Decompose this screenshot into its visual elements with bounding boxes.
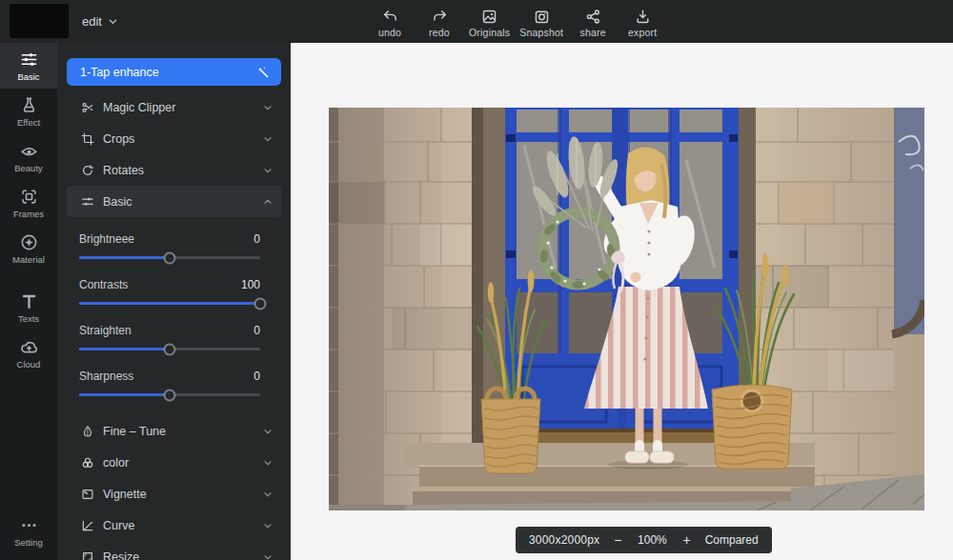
chevron-down-icon <box>108 16 118 27</box>
section-label: Fine – Tune <box>103 425 166 438</box>
one-tap-enhance-button[interactable]: 1-Tap enhance <box>67 58 281 86</box>
sidebar-item-label: Cloud <box>17 359 41 370</box>
chevron-down-icon <box>262 165 274 176</box>
image-size-button[interactable]: 3000x2000px <box>529 533 599 547</box>
compare-button[interactable]: Compared <box>705 533 759 547</box>
share-icon <box>585 9 601 25</box>
section-label: Resize <box>103 550 139 560</box>
slider-track[interactable] <box>79 393 260 396</box>
editor-canvas <box>291 43 953 560</box>
magic-wand-icon <box>255 65 270 79</box>
app-logo[interactable] <box>10 4 69 38</box>
sidebar-item-frames[interactable]: Frames <box>0 180 57 226</box>
undo-button[interactable]: undo <box>370 3 410 43</box>
export-icon <box>635 9 651 25</box>
slider-handle[interactable] <box>254 297 267 310</box>
frame-icon <box>20 188 38 206</box>
slider-value: 100 <box>241 278 260 291</box>
straighten-slider[interactable]: Straighten 0 <box>79 318 260 364</box>
section-label: Curve <box>103 519 134 532</box>
text-icon <box>20 292 38 310</box>
share-button[interactable]: share <box>573 3 613 43</box>
sidebar-item-effect[interactable]: Effect <box>0 89 57 134</box>
slider-label: Brightneee <box>79 232 134 246</box>
tool-label: Originals <box>469 27 510 38</box>
zoom-in-button[interactable]: + <box>682 533 690 547</box>
sidebar-item-basic[interactable]: Basic <box>0 43 57 89</box>
sidebar-item-label: Setting <box>14 537 43 548</box>
sharpness-slider[interactable]: Sharpness 0 <box>79 364 260 410</box>
canvas-image[interactable] <box>329 108 924 510</box>
section-color[interactable]: color <box>67 447 281 478</box>
zoom-out-button[interactable]: − <box>614 533 621 547</box>
redo-icon <box>432 9 448 25</box>
section-crops[interactable]: Crops <box>67 123 281 154</box>
chevron-down-icon <box>262 102 274 113</box>
slider-label: Straighten <box>79 324 132 337</box>
basic-sliders: Brightneee 0 Contrasts 100 Straighten 0 <box>57 217 291 415</box>
slider-label: Sharpness <box>79 370 133 383</box>
section-fine-tune[interactable]: Fine – Tune <box>67 415 281 447</box>
section-curve[interactable]: Curve <box>67 510 281 541</box>
brightness-slider[interactable]: Brightneee 0 <box>79 227 260 272</box>
snapshot-button[interactable]: Snapshot <box>519 3 563 43</box>
curve-icon <box>81 519 94 532</box>
sidebar-item-setting[interactable]: Setting <box>0 509 57 554</box>
tool-label: export <box>628 27 657 38</box>
sliders-icon <box>81 195 94 209</box>
export-button[interactable]: export <box>622 3 662 43</box>
section-label: Basic <box>103 195 132 209</box>
sliders-icon <box>20 50 38 69</box>
sidebar-item-material[interactable]: Material <box>0 226 57 271</box>
tool-label: share <box>580 27 606 38</box>
section-resize[interactable]: Resize <box>67 541 281 560</box>
flask-icon <box>20 96 38 114</box>
sidebar-item-label: Material <box>12 254 45 265</box>
slider-track[interactable] <box>79 348 260 350</box>
slider-value: 0 <box>253 370 260 383</box>
sidebar-item-label: Frames <box>13 209 44 219</box>
redo-button[interactable]: redo <box>419 3 459 43</box>
rotate-icon <box>81 164 94 177</box>
slider-handle[interactable] <box>164 343 176 355</box>
chevron-down-icon <box>262 520 274 531</box>
app-window: edit undo redo Originals Snapshot s <box>0 0 953 560</box>
sidebar: Basic Effect Beauty Frames Material Text… <box>0 43 57 560</box>
originals-button[interactable]: Originals <box>469 3 510 43</box>
topbar: edit undo redo Originals Snapshot s <box>0 0 953 43</box>
cloud-upload-icon <box>20 338 38 356</box>
section-label: Vignette <box>103 488 147 501</box>
tool-label: Snapshot <box>519 27 563 38</box>
zoom-statusbar: 3000x2000px − 100% + Compared <box>516 527 772 553</box>
resize-icon <box>81 550 94 560</box>
chevron-down-icon <box>262 133 274 145</box>
section-magic-clipper[interactable]: Magic Clipper <box>67 91 281 123</box>
contrast-slider[interactable]: Contrasts 100 <box>79 272 260 318</box>
sidebar-item-cloud[interactable]: Cloud <box>0 330 57 376</box>
eye-icon <box>20 142 38 160</box>
crop-icon <box>81 132 94 146</box>
undo-icon <box>382 9 398 25</box>
sidebar-item-label: Beauty <box>14 163 43 173</box>
star-circle-icon <box>20 233 38 251</box>
adjust-panel: 1-Tap enhance Magic Clipper Crops Rotate… <box>57 43 291 560</box>
sidebar-item-texts[interactable]: Texts <box>0 285 57 330</box>
sidebar-item-beauty[interactable]: Beauty <box>0 134 57 180</box>
edit-menu[interactable]: edit <box>82 0 118 43</box>
chevron-up-icon <box>262 196 274 208</box>
top-toolbar: undo redo Originals Snapshot share expor… <box>370 3 662 43</box>
section-basic[interactable]: Basic <box>67 186 281 217</box>
vignette-icon <box>81 488 94 501</box>
slider-track[interactable] <box>79 256 260 259</box>
edit-menu-label: edit <box>82 14 102 29</box>
slider-handle[interactable] <box>164 389 176 401</box>
section-rotates[interactable]: Rotates <box>67 154 281 186</box>
photo-woman-blue-door <box>329 108 924 510</box>
slider-track[interactable] <box>79 302 260 305</box>
section-vignette[interactable]: Vignette <box>67 478 281 510</box>
slider-handle[interactable] <box>164 251 176 264</box>
slider-value: 0 <box>253 324 260 337</box>
zoom-level: 100% <box>636 533 668 547</box>
slider-value: 0 <box>253 232 260 246</box>
sidebar-item-label: Basic <box>17 71 39 82</box>
